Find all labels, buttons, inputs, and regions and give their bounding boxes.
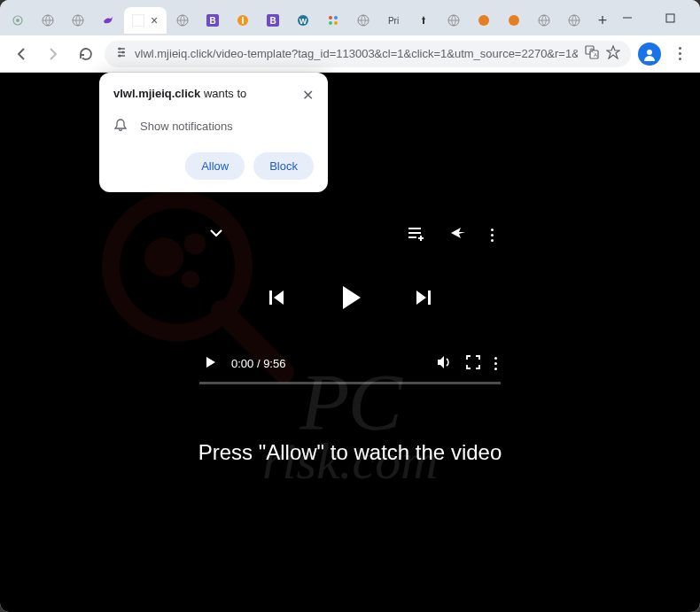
b-icon: B xyxy=(206,13,220,27)
svg-point-17 xyxy=(334,21,338,25)
url-text: vlwl.mjieiq.click/video-template?tag_id=… xyxy=(135,47,578,60)
tab[interactable] xyxy=(439,7,468,34)
svg-text:A: A xyxy=(594,52,597,58)
bell-icon xyxy=(113,118,128,135)
tab[interactable]: B xyxy=(198,7,227,34)
progress-bar[interactable] xyxy=(199,382,501,384)
menu-button[interactable] xyxy=(668,43,691,66)
svg-text:W: W xyxy=(299,17,307,26)
svg-point-16 xyxy=(329,21,332,25)
globe-icon xyxy=(71,13,85,27)
svg-point-32 xyxy=(122,50,125,53)
close-tab-icon[interactable]: × xyxy=(149,15,159,26)
svg-point-14 xyxy=(329,16,332,19)
tab[interactable] xyxy=(349,7,377,34)
tab[interactable] xyxy=(34,7,62,34)
svg-point-43 xyxy=(182,270,199,288)
chess-icon xyxy=(416,13,431,27)
share-icon[interactable] xyxy=(448,223,468,246)
svg-rect-50 xyxy=(428,291,431,305)
notification-permission-popup: vlwl.mjieiq.click wants to ✕ Show notifi… xyxy=(99,73,328,192)
globe-icon xyxy=(356,13,370,27)
svg-point-41 xyxy=(144,237,183,276)
tab-strip: × B B W Pri + xyxy=(4,0,615,35)
tab[interactable] xyxy=(409,7,438,34)
svg-point-15 xyxy=(334,16,338,19)
tab[interactable]: Pri xyxy=(379,7,408,34)
tab[interactable] xyxy=(64,7,92,34)
globe-icon xyxy=(41,13,55,27)
profile-button[interactable] xyxy=(638,43,661,66)
globe-icon xyxy=(537,13,551,27)
chevron-down-icon[interactable] xyxy=(206,223,226,246)
back-button[interactable] xyxy=(9,42,34,66)
wordpress-icon: W xyxy=(296,13,310,27)
small-play-button[interactable] xyxy=(203,355,217,372)
svg-text:B: B xyxy=(209,16,215,26)
tab[interactable]: B xyxy=(259,7,287,34)
maximize-button[interactable] xyxy=(657,5,682,30)
svg-rect-49 xyxy=(269,291,272,305)
titlebar: × B B W Pri + xyxy=(0,0,700,35)
notification-permission-label: Show notifications xyxy=(140,120,233,133)
more-icon[interactable] xyxy=(491,229,494,242)
globe-icon xyxy=(567,13,581,27)
volume-button[interactable] xyxy=(436,354,452,373)
svg-point-33 xyxy=(119,54,121,57)
new-tab-button[interactable]: + xyxy=(590,8,615,33)
coin-icon xyxy=(236,13,250,27)
translate-icon[interactable]: 文A xyxy=(585,45,599,63)
tab[interactable] xyxy=(168,7,197,34)
address-bar: vlwl.mjieiq.click/video-template?tag_id=… xyxy=(0,35,700,73)
bird-icon xyxy=(101,13,115,27)
svg-point-21 xyxy=(509,15,519,26)
playlist-icon[interactable] xyxy=(406,223,425,246)
tab[interactable]: W xyxy=(289,7,317,34)
bookmark-icon[interactable] xyxy=(606,45,620,63)
block-button[interactable]: Block xyxy=(253,152,314,180)
svg-text:B: B xyxy=(269,16,276,26)
dragon-icon xyxy=(507,13,521,27)
tab[interactable] xyxy=(560,7,588,34)
globe-icon xyxy=(447,13,461,27)
globe-icon xyxy=(175,13,190,27)
svg-point-38 xyxy=(647,50,652,55)
svg-point-31 xyxy=(119,47,121,50)
tab[interactable] xyxy=(4,7,32,34)
tab[interactable] xyxy=(229,7,257,34)
url-field[interactable]: vlwl.mjieiq.click/video-template?tag_id=… xyxy=(105,41,631,67)
minimize-button[interactable] xyxy=(615,5,640,30)
allow-button[interactable]: Allow xyxy=(185,152,245,180)
blank-favicon-icon xyxy=(131,13,145,27)
svg-rect-4 xyxy=(132,14,144,27)
tab-favicon-icon xyxy=(11,13,25,27)
dots-icon xyxy=(326,13,340,27)
video-player: 0:00 / 9:56 xyxy=(199,223,501,384)
tab[interactable] xyxy=(500,7,528,34)
dragon-icon xyxy=(477,13,491,27)
avatar-icon xyxy=(638,43,661,66)
next-track-button[interactable] xyxy=(412,286,435,313)
tab[interactable] xyxy=(319,7,347,34)
site-settings-icon[interactable] xyxy=(115,46,128,62)
forward-button[interactable] xyxy=(41,42,66,66)
fullscreen-button[interactable] xyxy=(466,355,480,372)
notification-title: vlwl.mjieiq.click wants to xyxy=(113,87,246,100)
play-button[interactable] xyxy=(332,280,368,319)
reload-button[interactable] xyxy=(73,42,97,66)
tab[interactable] xyxy=(470,7,498,34)
svg-point-20 xyxy=(478,15,489,26)
svg-rect-25 xyxy=(666,14,674,22)
svg-point-1 xyxy=(16,19,19,22)
tab-text-label: Pri xyxy=(386,13,401,27)
allow-prompt-text: Press "Allow" to watch the video xyxy=(0,440,700,465)
previous-track-button[interactable] xyxy=(265,286,288,313)
svg-rect-9 xyxy=(242,17,244,24)
controls-more-icon[interactable] xyxy=(494,357,497,370)
tab[interactable] xyxy=(94,7,122,34)
tab-active[interactable]: × xyxy=(124,7,167,34)
time-display: 0:00 / 9:56 xyxy=(231,357,285,370)
tab[interactable] xyxy=(530,7,558,34)
b-icon: B xyxy=(266,13,280,27)
close-notification-button[interactable]: ✕ xyxy=(302,87,314,104)
